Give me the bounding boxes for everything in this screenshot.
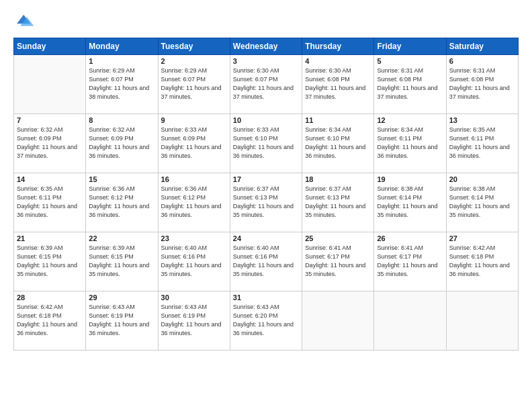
weekday-header-friday: Friday	[374, 38, 446, 55]
day-info: Sunrise: 6:32 AMSunset: 6:09 PMDaylight:…	[89, 126, 154, 161]
day-info: Sunrise: 6:37 AMSunset: 6:13 PMDaylight:…	[233, 185, 299, 220]
day-cell: 1Sunrise: 6:29 AMSunset: 6:07 PMDaylight…	[86, 55, 158, 114]
day-number: 5	[377, 57, 443, 65]
day-cell: 24Sunrise: 6:40 AMSunset: 6:16 PMDayligh…	[230, 232, 302, 291]
day-cell: 25Sunrise: 6:41 AMSunset: 6:17 PMDayligh…	[302, 232, 374, 291]
day-cell: 8Sunrise: 6:32 AMSunset: 6:09 PMDaylight…	[86, 114, 158, 173]
day-number: 6	[449, 57, 515, 65]
day-info: Sunrise: 6:36 AMSunset: 6:12 PMDaylight:…	[161, 185, 227, 220]
calendar: SundayMondayTuesdayWednesdayThursdayFrid…	[13, 38, 519, 351]
day-number: 1	[89, 57, 154, 65]
day-info: Sunrise: 6:33 AMSunset: 6:09 PMDaylight:…	[161, 126, 227, 161]
day-info: Sunrise: 6:41 AMSunset: 6:17 PMDaylight:…	[377, 244, 443, 279]
day-number: 31	[233, 293, 299, 302]
day-number: 26	[377, 234, 443, 242]
week-row-2: 7Sunrise: 6:32 AMSunset: 6:09 PMDaylight…	[14, 114, 519, 173]
day-info: Sunrise: 6:30 AMSunset: 6:08 PMDaylight:…	[305, 66, 371, 101]
header	[13, 12, 519, 31]
day-number: 11	[305, 116, 371, 124]
day-number: 10	[233, 116, 299, 124]
day-info: Sunrise: 6:37 AMSunset: 6:13 PMDaylight:…	[305, 185, 371, 220]
day-info: Sunrise: 6:34 AMSunset: 6:11 PMDaylight:…	[377, 126, 443, 161]
day-cell: 14Sunrise: 6:35 AMSunset: 6:11 PMDayligh…	[14, 173, 86, 232]
day-number: 8	[89, 116, 154, 124]
weekday-header-saturday: Saturday	[446, 38, 518, 55]
day-cell: 7Sunrise: 6:32 AMSunset: 6:09 PMDaylight…	[14, 114, 86, 173]
day-cell: 6Sunrise: 6:31 AMSunset: 6:08 PMDaylight…	[446, 55, 518, 114]
day-cell: 2Sunrise: 6:29 AMSunset: 6:07 PMDaylight…	[158, 55, 230, 114]
day-number: 3	[233, 57, 299, 65]
day-info: Sunrise: 6:29 AMSunset: 6:07 PMDaylight:…	[161, 66, 227, 101]
day-cell: 31Sunrise: 6:43 AMSunset: 6:20 PMDayligh…	[230, 291, 302, 351]
day-number: 4	[305, 57, 371, 65]
day-info: Sunrise: 6:40 AMSunset: 6:16 PMDaylight:…	[233, 244, 299, 279]
day-number: 23	[161, 234, 227, 242]
day-number: 22	[89, 234, 154, 242]
day-cell: 27Sunrise: 6:42 AMSunset: 6:18 PMDayligh…	[446, 232, 518, 291]
day-info: Sunrise: 6:43 AMSunset: 6:19 PMDaylight:…	[89, 303, 154, 338]
day-number: 2	[161, 57, 227, 65]
day-cell: 30Sunrise: 6:43 AMSunset: 6:19 PMDayligh…	[158, 291, 230, 351]
logo-icon	[13, 12, 35, 31]
day-cell: 28Sunrise: 6:42 AMSunset: 6:18 PMDayligh…	[14, 291, 86, 351]
day-info: Sunrise: 6:42 AMSunset: 6:18 PMDaylight:…	[449, 244, 515, 279]
day-number: 27	[449, 234, 515, 242]
day-number: 25	[305, 234, 371, 242]
day-number: 14	[17, 175, 83, 183]
weekday-header-monday: Monday	[86, 38, 158, 55]
day-info: Sunrise: 6:35 AMSunset: 6:11 PMDaylight:…	[449, 126, 515, 161]
day-cell	[302, 291, 374, 351]
day-cell: 11Sunrise: 6:34 AMSunset: 6:10 PMDayligh…	[302, 114, 374, 173]
day-cell: 12Sunrise: 6:34 AMSunset: 6:11 PMDayligh…	[374, 114, 446, 173]
day-number: 20	[449, 175, 515, 183]
day-number: 16	[161, 175, 227, 183]
day-number: 29	[89, 293, 154, 302]
day-cell: 19Sunrise: 6:38 AMSunset: 6:14 PMDayligh…	[374, 173, 446, 232]
day-cell: 26Sunrise: 6:41 AMSunset: 6:17 PMDayligh…	[374, 232, 446, 291]
day-number: 21	[17, 234, 83, 242]
day-cell	[446, 291, 518, 351]
day-cell: 15Sunrise: 6:36 AMSunset: 6:12 PMDayligh…	[86, 173, 158, 232]
day-info: Sunrise: 6:33 AMSunset: 6:10 PMDaylight:…	[233, 126, 299, 161]
day-cell: 5Sunrise: 6:31 AMSunset: 6:08 PMDaylight…	[374, 55, 446, 114]
day-number: 12	[377, 116, 443, 124]
day-number: 17	[233, 175, 299, 183]
day-cell: 18Sunrise: 6:37 AMSunset: 6:13 PMDayligh…	[302, 173, 374, 232]
weekday-header-wednesday: Wednesday	[230, 38, 302, 55]
day-info: Sunrise: 6:35 AMSunset: 6:11 PMDaylight:…	[17, 185, 83, 220]
day-cell: 9Sunrise: 6:33 AMSunset: 6:09 PMDaylight…	[158, 114, 230, 173]
day-number: 7	[17, 116, 83, 124]
day-cell	[14, 55, 86, 114]
weekday-header-thursday: Thursday	[302, 38, 374, 55]
day-cell: 3Sunrise: 6:30 AMSunset: 6:07 PMDaylight…	[230, 55, 302, 114]
day-number: 19	[377, 175, 443, 183]
day-number: 15	[89, 175, 154, 183]
day-info: Sunrise: 6:34 AMSunset: 6:10 PMDaylight:…	[305, 126, 371, 161]
day-number: 13	[449, 116, 515, 124]
day-number: 30	[161, 293, 227, 302]
week-row-1: 1Sunrise: 6:29 AMSunset: 6:07 PMDaylight…	[14, 55, 519, 114]
day-info: Sunrise: 6:32 AMSunset: 6:09 PMDaylight:…	[17, 126, 83, 161]
week-row-4: 21Sunrise: 6:39 AMSunset: 6:15 PMDayligh…	[14, 232, 519, 291]
weekday-header-tuesday: Tuesday	[158, 38, 230, 55]
day-cell: 16Sunrise: 6:36 AMSunset: 6:12 PMDayligh…	[158, 173, 230, 232]
day-info: Sunrise: 6:38 AMSunset: 6:14 PMDaylight:…	[449, 185, 515, 220]
day-info: Sunrise: 6:38 AMSunset: 6:14 PMDaylight:…	[377, 185, 443, 220]
day-cell: 21Sunrise: 6:39 AMSunset: 6:15 PMDayligh…	[14, 232, 86, 291]
day-cell: 22Sunrise: 6:39 AMSunset: 6:15 PMDayligh…	[86, 232, 158, 291]
day-cell: 17Sunrise: 6:37 AMSunset: 6:13 PMDayligh…	[230, 173, 302, 232]
day-info: Sunrise: 6:30 AMSunset: 6:07 PMDaylight:…	[233, 66, 299, 101]
day-cell: 29Sunrise: 6:43 AMSunset: 6:19 PMDayligh…	[86, 291, 158, 351]
logo	[13, 12, 38, 31]
day-cell: 13Sunrise: 6:35 AMSunset: 6:11 PMDayligh…	[446, 114, 518, 173]
day-number: 9	[161, 116, 227, 124]
day-info: Sunrise: 6:39 AMSunset: 6:15 PMDaylight:…	[89, 244, 154, 279]
day-info: Sunrise: 6:31 AMSunset: 6:08 PMDaylight:…	[449, 66, 515, 101]
weekday-header-row: SundayMondayTuesdayWednesdayThursdayFrid…	[14, 38, 519, 55]
day-info: Sunrise: 6:40 AMSunset: 6:16 PMDaylight:…	[161, 244, 227, 279]
day-info: Sunrise: 6:42 AMSunset: 6:18 PMDaylight:…	[17, 303, 83, 338]
day-cell: 23Sunrise: 6:40 AMSunset: 6:16 PMDayligh…	[158, 232, 230, 291]
day-cell: 4Sunrise: 6:30 AMSunset: 6:08 PMDaylight…	[302, 55, 374, 114]
day-cell	[374, 291, 446, 351]
day-info: Sunrise: 6:43 AMSunset: 6:19 PMDaylight:…	[161, 303, 227, 338]
